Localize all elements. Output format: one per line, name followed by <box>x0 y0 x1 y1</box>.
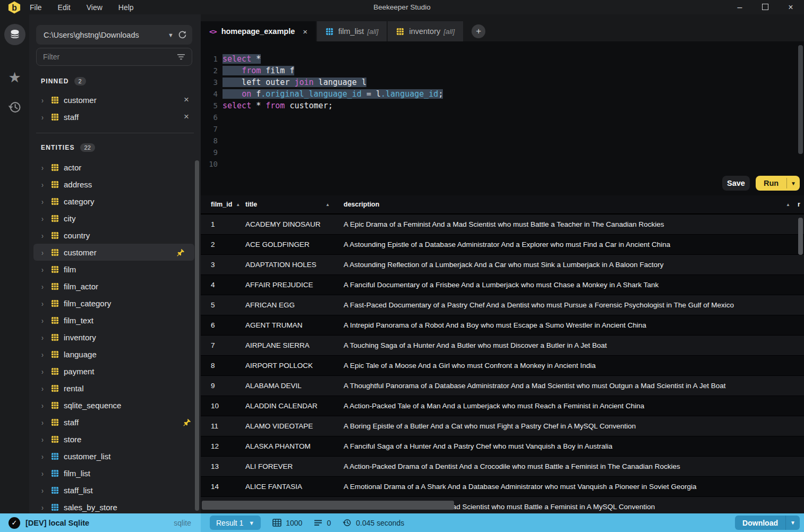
chevron-right-icon[interactable]: › <box>41 350 46 359</box>
entity-item-payment[interactable]: › payment <box>29 363 201 380</box>
cell-title[interactable]: ALABAMA DEVIL <box>245 382 344 390</box>
cell-description[interactable]: A Emotional Drama of a A Shark And a Dat… <box>344 483 804 491</box>
result-selector[interactable]: Result 1 ▼ <box>210 516 261 530</box>
refresh-icon[interactable] <box>178 30 187 39</box>
cell-description[interactable]: A Fast-Paced Documentary of a Pastry Che… <box>344 301 804 309</box>
entity-item-film[interactable]: › film <box>29 261 201 278</box>
cell-description[interactable]: A Thoughtful Panorama of a Database Admi… <box>344 382 804 390</box>
chevron-right-icon[interactable]: › <box>41 282 46 291</box>
table-row[interactable]: 12 ALASKA PHANTOM A Fanciful Saga of a H… <box>201 436 804 457</box>
chevron-right-icon[interactable]: › <box>41 299 46 308</box>
tab-close-icon[interactable]: × <box>303 27 307 36</box>
minimize-icon[interactable]: – <box>735 3 745 12</box>
entity-item-city[interactable]: › city <box>29 210 201 227</box>
entity-item-country[interactable]: › country <box>29 227 201 244</box>
cell-description[interactable]: A Astounding Epistle of a Database Admin… <box>344 241 804 248</box>
chevron-right-icon[interactable]: › <box>41 197 46 206</box>
cell-film-id[interactable]: 6 <box>201 321 245 329</box>
chevron-right-icon[interactable]: › <box>41 316 46 325</box>
table-row[interactable]: 2 ACE GOLDFINGER A Astounding Epistle of… <box>201 235 804 255</box>
cell-title[interactable]: ADAPTATION HOLES <box>245 261 344 269</box>
chevron-right-icon[interactable]: › <box>41 265 46 274</box>
entity-item-staff[interactable]: › staff <box>29 414 201 431</box>
chevron-right-icon[interactable]: › <box>41 163 46 172</box>
cell-title[interactable]: AIRPLANE SIERRA <box>245 341 344 349</box>
table-row[interactable]: 1 ACADEMY DINOSAUR A Epic Drama of a Fem… <box>201 214 804 235</box>
tab-film_list[interactable]: film_list [all] <box>317 21 387 41</box>
rail-favorites-button[interactable]: ★ <box>0 71 29 85</box>
cell-title[interactable]: AGENT TRUMAN <box>245 321 344 329</box>
menu-file[interactable]: File <box>30 3 42 12</box>
run-button-label[interactable]: Run <box>756 179 786 187</box>
tab-homepage_example[interactable]: <>homepage_example × <box>201 21 316 41</box>
menu-help[interactable]: Help <box>118 3 134 12</box>
sql-editor[interactable]: 1select *2 from film f3 left outer join … <box>201 41 804 195</box>
code-line-3[interactable]: 3 left outer join language l <box>201 76 443 88</box>
cell-film-id[interactable]: 7 <box>201 341 245 349</box>
rail-history-button[interactable] <box>0 100 29 114</box>
table-row[interactable]: 10 ALADDIN CALENDAR A Action-Packed Tale… <box>201 396 804 416</box>
entity-item-sqlite_sequence[interactable]: › sqlite_sequence <box>29 397 201 414</box>
results-vertical-scrollbar[interactable] <box>798 218 803 255</box>
cell-title[interactable]: ACADEMY DINOSAUR <box>245 220 344 228</box>
pin-icon[interactable] <box>177 248 185 256</box>
pinned-item-staff[interactable]: › staff × <box>29 108 201 125</box>
chevron-right-icon[interactable]: › <box>41 469 46 478</box>
entity-item-store[interactable]: › store <box>29 431 201 448</box>
code-line-5[interactable]: 5select * from customer; <box>201 100 443 111</box>
cell-description[interactable]: A Touching Saga of a Hunter And a Butler… <box>344 341 804 349</box>
download-dropdown-icon[interactable]: ▼ <box>786 520 800 526</box>
new-tab-button[interactable]: + <box>472 24 485 38</box>
table-row[interactable]: 11 ALAMO VIDEOTAPE A Boring Epistle of a… <box>201 416 804 436</box>
chevron-right-icon[interactable]: › <box>41 248 46 257</box>
results-horizontal-scrollbar[interactable] <box>202 501 454 510</box>
pinned-item-customer[interactable]: › customer × <box>29 91 201 108</box>
chevron-right-icon[interactable]: › <box>41 384 46 393</box>
cell-film-id[interactable]: 10 <box>201 402 245 410</box>
entity-item-film_actor[interactable]: › film_actor <box>29 278 201 295</box>
column-header-film_id[interactable]: film_id ▲ <box>201 201 245 208</box>
code-line-10[interactable]: 10 <box>201 158 443 170</box>
menu-view[interactable]: View <box>87 3 102 12</box>
run-button[interactable]: Run ▼ <box>756 176 800 191</box>
cell-film-id[interactable]: 9 <box>201 382 245 390</box>
chevron-right-icon[interactable]: › <box>41 503 46 512</box>
cell-title[interactable]: ALI FOREVER <box>245 462 344 470</box>
chevron-right-icon[interactable]: › <box>41 435 46 444</box>
code-line-7[interactable]: 7 <box>201 123 443 135</box>
download-button[interactable]: Download ▼ <box>735 516 800 530</box>
cell-film-id[interactable]: 5 <box>201 301 245 309</box>
save-button[interactable]: Save <box>722 176 750 191</box>
entity-item-inventory[interactable]: › inventory <box>29 329 201 346</box>
unpin-close-icon[interactable]: × <box>184 95 189 105</box>
table-row[interactable]: 4 AFFAIR PREJUDICE A Fanciful Documentar… <box>201 275 804 295</box>
cell-film-id[interactable]: 8 <box>201 362 245 370</box>
cell-description[interactable]: A Fanciful Documentary of a Frisbee And … <box>344 281 804 289</box>
cell-description[interactable]: A Action-Packed Drama of a Dentist And a… <box>344 462 804 470</box>
cell-film-id[interactable]: 4 <box>201 281 245 289</box>
table-row[interactable]: 9 ALABAMA DEVIL A Thoughtful Panorama of… <box>201 376 804 396</box>
code-line-4[interactable]: 4 on f.original_language_id = l.language… <box>201 88 443 100</box>
maximize-icon[interactable] <box>760 3 770 12</box>
entity-item-film_text[interactable]: › film_text <box>29 312 201 329</box>
cell-title[interactable]: ALICE FANTASIA <box>245 483 344 491</box>
cell-title[interactable]: ALASKA PHANTOM <box>245 442 344 450</box>
cell-description[interactable]: A Fanciful Saga of a Hunter And a Pastry… <box>344 442 804 450</box>
chevron-right-icon[interactable]: › <box>41 452 46 461</box>
rail-connections-button[interactable] <box>0 24 29 45</box>
unpin-close-icon[interactable]: × <box>184 111 189 122</box>
entity-item-staff_list[interactable]: › staff_list <box>29 482 201 499</box>
cell-film-id[interactable]: 12 <box>201 442 245 450</box>
filter-input[interactable]: Filter <box>36 48 192 66</box>
cell-description[interactable]: A Intrepid Panorama of a Robot And a Boy… <box>344 321 804 329</box>
chevron-right-icon[interactable]: › <box>41 96 46 105</box>
entity-item-address[interactable]: › address <box>29 176 201 193</box>
chevron-right-icon[interactable]: › <box>41 333 46 342</box>
sort-asc-icon[interactable]: ▲ <box>326 202 330 207</box>
entity-item-sales_by_store[interactable]: › sales_by_store <box>29 499 201 513</box>
table-row[interactable]: 6 AGENT TRUMAN A Intrepid Panorama of a … <box>201 315 804 336</box>
cell-description[interactable]: A Boring Epistle of a Butler And a Cat w… <box>344 422 804 430</box>
entity-item-film_list[interactable]: › film_list <box>29 465 201 482</box>
chevron-right-icon[interactable]: › <box>41 367 46 376</box>
cell-title[interactable]: AFRICAN EGG <box>245 301 344 309</box>
